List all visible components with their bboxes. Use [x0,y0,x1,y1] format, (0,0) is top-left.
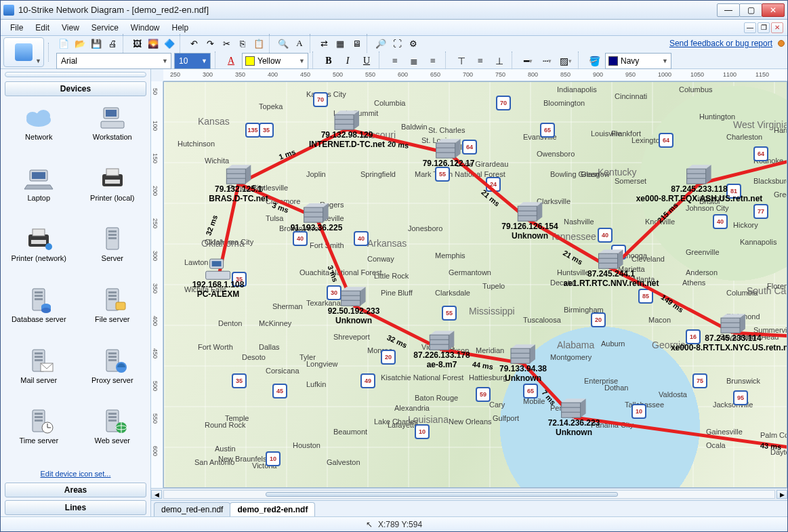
horizontal-scrollbar[interactable]: ◀ ▶ [151,488,787,500]
device-item-time-server[interactable]: Time server [2,404,76,464]
svg-rect-73 [206,271,230,279]
fit-icon[interactable]: ⛶ [390,36,405,51]
node-icon[interactable]: ▦ [333,36,348,51]
redo-icon[interactable]: ↷ [203,36,217,51]
wizard-button[interactable]: ▼ [3,37,44,67]
network-node[interactable]: 79.132.98.129INTERNET.D-TC.net [309,109,385,150]
fill-bucket-icon[interactable]: 🪣 [586,53,602,69]
cut-icon[interactable]: ✂ [219,36,234,51]
scroll-right-icon[interactable]: ▶ [776,490,787,499]
diagram-canvas[interactable]: KansasMissouriOklahomaArkansasMississipp… [163,81,787,488]
printer-net-icon [22,224,55,253]
paste-icon[interactable]: 📋 [251,36,266,51]
network-node[interactable]: 91.193.36.225 [291,202,343,233]
line-color-select[interactable]: Navy▼ [605,53,671,69]
network-node[interactable]: 79.132.125.1BRAS.D-TC.net [209,163,268,204]
export-image-icon[interactable]: 🖼 [129,36,144,51]
svg-point-2 [37,110,50,122]
menu-service[interactable]: Service [86,22,124,34]
menu-edit[interactable]: Edit [30,22,55,34]
device-item-server[interactable]: Server [76,222,150,281]
menu-view[interactable]: View [56,22,85,34]
font-family-select[interactable]: Arial▼ [56,53,171,69]
mdi-close-icon[interactable]: ✕ [771,22,783,33]
maximize-button[interactable]: ▢ [739,3,762,17]
valign-top-icon[interactable]: ⊤ [453,53,470,69]
minimize-button[interactable]: — [717,3,740,17]
feedback-link[interactable]: Send feedback or bug report [669,39,772,48]
areas-header[interactable]: Areas [5,483,146,497]
network-node[interactable]: 79.126.122.17 [423,138,475,169]
network-node[interactable]: 79.126.126.154Unknown [501,201,558,241]
print-icon[interactable]: 🖨 [105,36,120,51]
find-icon[interactable]: 🔍 [276,36,291,51]
scroll-thumb[interactable] [266,492,618,497]
mdi-minimize-icon[interactable]: — [744,22,756,33]
valign-mid-icon[interactable]: ≡ [472,53,489,69]
align-center-icon[interactable]: ≣ [406,53,422,69]
node-label: 79.126.122.17 [423,159,475,169]
svg-line-68 [574,417,787,448]
text-tool-icon[interactable]: A [292,36,307,51]
device-item-file-server[interactable]: File server [76,283,150,342]
close-button[interactable]: ✕ [762,3,785,17]
tab-inactive[interactable]: demo_red-en.ndf [154,502,230,516]
mdi-restore-icon[interactable]: ❐ [758,22,770,33]
menu-help[interactable]: Help [167,22,194,34]
network-node[interactable]: 87.245.244.1ae1.RT.RTC.NNV.retn.net [564,248,659,289]
device-item-db-server[interactable]: Database server [2,283,76,342]
device-item-printer-net[interactable]: Printer (network) [2,222,76,281]
edit-icon-set-link[interactable]: Edit device icon set... [41,470,111,478]
lines-header[interactable]: Lines [5,500,146,515]
valign-bot-icon[interactable]: ⊥ [491,53,507,69]
network-node[interactable]: 87.245.233.114xe000-8.RT.TLX.NYC.US.retn… [671,312,787,353]
wand-icon [15,43,33,61]
line-style-icon[interactable]: ━▾ [520,53,536,69]
open-file-icon[interactable]: 📂 [72,36,87,51]
background-icon[interactable]: 🌄 [146,36,161,51]
font-size-select[interactable]: 10▼ [174,53,211,69]
server-stack-icon [684,163,714,186]
dash-style-icon[interactable]: ┄▾ [539,53,555,69]
save-file-icon[interactable]: 💾 [89,36,104,51]
sidebar-collapse-handle[interactable] [5,72,146,77]
network-node[interactable]: 72.14.236.223Unknown [548,397,600,438]
underline-button[interactable]: U [358,53,375,69]
scroll-left-icon[interactable]: ◀ [151,490,162,499]
device-icon[interactable]: 🖥 [349,36,364,51]
devices-header[interactable]: Devices [5,81,146,96]
settings-icon[interactable]: ⚙ [406,36,421,51]
pattern-icon[interactable]: ▨▾ [558,53,574,69]
fill-color-select[interactable]: Yellow▼ [242,53,308,69]
device-item-workstation[interactable]: Workstation [76,100,150,160]
device-item-proxy-server[interactable]: Proxy server [76,344,150,403]
zoom-icon[interactable]: 🔎 [373,36,388,51]
svg-rect-35 [35,359,43,361]
device-item-web-server[interactable]: Web sever [76,404,150,464]
network-node[interactable]: 87.245.233.118xe000-8.RT.EQX.ASH.US.retn… [636,163,763,204]
font-color-button[interactable]: A [223,53,239,69]
network-node[interactable]: 87.226.133.178ae-8.m7 [413,329,470,370]
device-item-laptop[interactable]: Laptop [2,161,76,221]
menu-window[interactable]: Window [125,22,165,34]
bold-button[interactable]: B [320,53,337,69]
italic-button[interactable]: I [339,53,356,69]
device-item-mail-server[interactable]: Mail server [2,344,76,403]
notification-dot-icon[interactable] [778,40,785,47]
svg-rect-86 [304,207,323,222]
network-node[interactable]: 92.50.192.233Unknown [328,285,380,326]
align-right-icon[interactable]: ≡ [425,53,441,69]
new-file-icon[interactable]: 📄 [56,36,71,51]
network-node[interactable]: 192.168.1.108PC-ALEXM [192,258,245,300]
connect-icon[interactable]: ⇄ [316,36,331,51]
menu-file[interactable]: File [5,22,28,34]
undo-icon[interactable]: ↶ [186,36,201,51]
device-item-cloud[interactable]: Network [2,100,76,160]
tab-active[interactable]: demo_red2-en.ndf [230,502,315,516]
network-node[interactable]: 79.133.94.38Unknown [499,343,547,384]
device-item-printer[interactable]: Printer (local) [76,161,150,221]
copy-icon[interactable]: ⎘ [235,36,250,51]
titlebar[interactable]: 10-Strike Network Diagram - [demo_red2-e… [1,1,787,20]
shape-icon[interactable]: 🔷 [162,36,177,51]
align-left-icon[interactable]: ≡ [387,53,403,69]
